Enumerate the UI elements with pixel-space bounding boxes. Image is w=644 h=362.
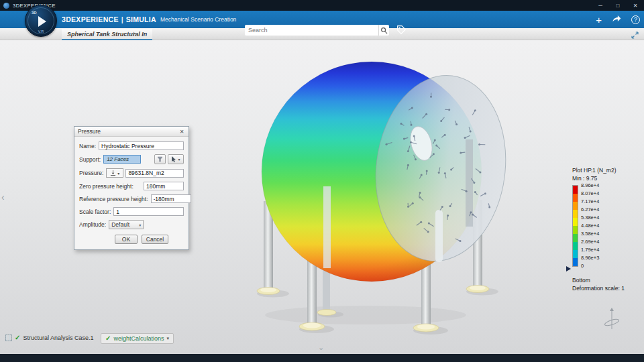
front-leg [323, 186, 331, 268]
weight-calculations-chip[interactable]: ✓ weightCalculations ▾ [101, 333, 174, 344]
reference-pressure-height-field[interactable] [151, 194, 191, 203]
support-label: Support: [79, 156, 101, 163]
add-icon[interactable]: + [596, 15, 602, 25]
legend-title: Plot HP.1 (N_m2) [572, 167, 625, 174]
legend-color-bar [572, 185, 578, 267]
dialog-title: Pressure [78, 128, 178, 135]
minimize-button[interactable]: ─ [592, 0, 609, 11]
help-icon[interactable]: ? [631, 15, 640, 24]
pressure-label: Pressure: [79, 170, 103, 176]
legend-min: Min : 9.75 [572, 175, 625, 182]
analysis-case-chip[interactable]: ✓ Structural Analysis Case.1 [5, 335, 93, 341]
app-logo-icon [3, 3, 9, 9]
module-name: Mechanical Scenario Creation [160, 16, 236, 23]
legend-bottom-label: Bottom [572, 277, 625, 284]
contour-legend: Plot HP.1 (N_m2) Min : 9.75 8.96e+48.07e… [572, 167, 625, 292]
bottom-status-bar [0, 354, 644, 362]
pressure-direction-icon [110, 170, 116, 176]
pressure-dialog: Pressure ✕ Name: Support: 12 Faces ▾ [74, 126, 189, 250]
panel-expand-left-icon[interactable]: ‹ [1, 192, 5, 202]
zero-pressure-height-field[interactable] [144, 182, 184, 190]
maximize-button[interactable]: □ [609, 0, 627, 11]
tab-spherical-tank[interactable]: Spherical Tank Structural In [62, 29, 152, 40]
analysis-case-label: Structural Analysis Case.1 [23, 335, 93, 341]
dialog-title-bar[interactable]: Pressure ✕ [74, 127, 189, 137]
chevron-down-icon: ▾ [139, 223, 141, 227]
brand-divider: | [121, 15, 123, 23]
amplitude-value: Default [111, 221, 139, 228]
share-icon[interactable] [611, 13, 622, 25]
scale-factor-field[interactable] [113, 207, 184, 216]
close-button[interactable]: ✕ [627, 0, 644, 11]
interior-leg [466, 139, 473, 227]
check-icon: ✓ [105, 335, 111, 342]
funnel-button[interactable] [154, 154, 166, 164]
window-title-bar: 3DEXPERIENCE ─ □ ✕ [0, 0, 644, 11]
tag-icon[interactable] [396, 24, 407, 36]
scale-factor-label: Scale factor: [79, 208, 111, 215]
min-marker-icon [566, 266, 571, 272]
compass-3d-label: 3D [32, 11, 37, 15]
reference-pressure-height-label: Reference pressure height: [79, 196, 148, 202]
search-icon[interactable] [378, 25, 389, 36]
name-label: Name: [79, 143, 96, 149]
pointer-dropdown-button[interactable]: ▾ [168, 154, 184, 164]
pressure-type-combo[interactable]: ▾ [106, 168, 123, 178]
app-header-bar: 3DEXPERIENCE | SIMULIA Mechanical Scenar… [0, 11, 644, 28]
brand-app-name: SIMULIA [126, 15, 156, 23]
expand-icon[interactable] [631, 30, 639, 39]
deformation-scale-label: Deformation scale: 1 [572, 285, 625, 292]
search-input[interactable] [245, 27, 378, 34]
legend-tick-labels: 8.96e+48.07e+4 7.17e+46.27e+4 5.38e+44.4… [581, 183, 599, 269]
compass-play-icon[interactable] [38, 16, 46, 27]
ground-shadows [257, 288, 498, 335]
name-field[interactable] [99, 141, 184, 150]
zero-pressure-height-label: Zero pressure height: [79, 183, 133, 190]
panel-expand-bottom-icon[interactable]: ⌄ [318, 343, 324, 352]
search-box[interactable] [245, 25, 389, 36]
weight-calculations-label: weightCalculations [113, 335, 164, 342]
axis-triad-icon[interactable] [604, 308, 619, 329]
3dexperience-compass[interactable]: 3D V.R [25, 5, 57, 37]
case-grid-icon [5, 335, 12, 341]
check-icon: ✓ [15, 335, 20, 341]
application-window: 3DEXPERIENCE ─ □ ✕ 3DEXPERIENCE | SIMULI… [0, 0, 644, 362]
chevron-down-icon[interactable]: ▾ [166, 336, 169, 341]
support-field[interactable]: 12 Faces [103, 155, 141, 164]
add-tab-button[interactable]: + [131, 29, 136, 39]
compass-vr-label: V.R [25, 29, 56, 34]
amplitude-label: Amplitude: [79, 221, 106, 228]
nozzle [435, 210, 443, 262]
amplitude-dropdown[interactable]: Default ▾ [109, 220, 144, 229]
cancel-button[interactable]: Cancel [142, 235, 168, 244]
ok-button[interactable]: OK [115, 235, 138, 244]
brand-area: 3DEXPERIENCE | SIMULIA Mechanical Scenar… [62, 11, 236, 28]
brand-name: 3DEXPERIENCE [62, 15, 119, 23]
pressure-value-field[interactable] [125, 169, 184, 178]
dialog-close-icon[interactable]: ✕ [178, 129, 185, 135]
